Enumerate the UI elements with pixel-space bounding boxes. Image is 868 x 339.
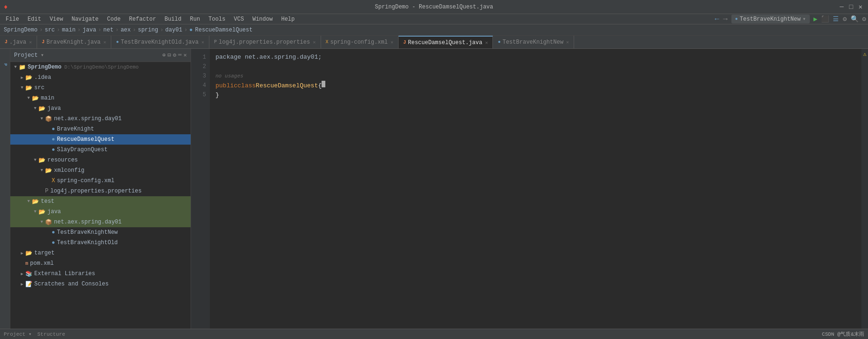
tree-ext-libs[interactable]: ▶ 📚 External Libraries bbox=[10, 269, 191, 279]
breadcrumb-springdemo[interactable]: SpringDemo bbox=[4, 27, 38, 33]
collapse-all-button[interactable]: ⊟ bbox=[168, 52, 171, 59]
tab-label-java1: .java bbox=[9, 39, 26, 46]
breadcrumb-net[interactable]: net bbox=[103, 27, 114, 33]
class-name: RescueDamselQuest bbox=[256, 81, 318, 91]
project-sidebar-icon[interactable]: P bbox=[1, 51, 9, 79]
tab-close-rescue[interactable]: ✕ bbox=[485, 40, 488, 46]
run-button[interactable]: ▶ bbox=[814, 15, 817, 23]
tree-java-main[interactable]: ▼ 📂 java bbox=[10, 103, 191, 114]
bottom-structure[interactable]: Structure bbox=[37, 331, 65, 337]
target-label: target bbox=[34, 250, 54, 256]
menu-tools[interactable]: Tools bbox=[205, 15, 229, 23]
navigate-fwd-icon[interactable]: → bbox=[723, 15, 728, 23]
warning-indicator[interactable]: ⚠ bbox=[863, 51, 866, 58]
menu-navigate[interactable]: Navigate bbox=[68, 15, 102, 23]
debug-button[interactable]: ⬛ bbox=[821, 15, 829, 23]
breadcrumb-main[interactable]: main bbox=[62, 27, 76, 33]
menu-run[interactable]: Run bbox=[186, 15, 204, 23]
tab-log4j[interactable]: P log4j.properties.properties ✕ bbox=[209, 36, 321, 48]
rescue-quest-label: RescueDamselQuest bbox=[57, 136, 114, 143]
main-label: main bbox=[41, 95, 54, 101]
window-controls: ─ □ ✕ bbox=[838, 3, 864, 11]
tree-java-test[interactable]: ▼ 📂 java bbox=[10, 207, 191, 217]
tab-close-java1[interactable]: ✕ bbox=[29, 39, 32, 45]
tree-root-springdemo[interactable]: ▼ 📁 SpringDemo D:\SpringDemo\SpringDemo bbox=[10, 62, 191, 72]
tab-close-spring-xml[interactable]: ✕ bbox=[391, 39, 393, 45]
main-arrow: ▼ bbox=[25, 96, 32, 100]
breadcrumb-day01[interactable]: day01 bbox=[165, 27, 182, 33]
menu-file[interactable]: File bbox=[2, 15, 23, 23]
menu-window[interactable]: Window bbox=[249, 15, 277, 23]
tree-test-package[interactable]: ▼ 📦 net.aex.spring.day01 bbox=[10, 217, 191, 227]
breadcrumb-src[interactable]: src bbox=[45, 27, 55, 33]
tree-idea[interactable]: ▶ 📂 .idea bbox=[10, 72, 191, 83]
tab-test-new[interactable]: ● TestBraveKnightNew ✕ bbox=[493, 36, 574, 48]
tab-close-test-new[interactable]: ✕ bbox=[566, 39, 569, 45]
brave-knight-class-icon: ● bbox=[52, 126, 55, 132]
tab-close-log4j[interactable]: ✕ bbox=[313, 39, 315, 45]
coverage-button[interactable]: ☰ bbox=[833, 15, 839, 23]
project-dropdown-icon[interactable]: ▾ bbox=[40, 52, 44, 59]
menu-code[interactable]: Code bbox=[103, 15, 124, 23]
menu-bar: File Edit View Navigate Code Refactor Bu… bbox=[0, 14, 868, 24]
tree-xmlconfig[interactable]: ▼ 📂 xmlconfig bbox=[10, 165, 191, 176]
tree-log4j[interactable]: P log4j.properties.properties bbox=[10, 186, 191, 196]
search-everywhere-button[interactable]: 🔍 bbox=[851, 15, 859, 23]
package-icon: 📦 bbox=[45, 116, 52, 123]
tree-scratches[interactable]: ▶ 📝 Scratches and Consoles bbox=[10, 279, 191, 289]
tree-test-brave-old[interactable]: ● TestBraveKnightOld bbox=[10, 238, 191, 248]
close-brace: } bbox=[215, 91, 219, 100]
settings-button[interactable]: ⚙ bbox=[862, 15, 866, 23]
menu-view[interactable]: View bbox=[46, 15, 67, 23]
tree-spring-config[interactable]: X spring-config.xml bbox=[10, 176, 191, 186]
brave-knight-label: BraveKnight bbox=[57, 126, 94, 132]
tree-main[interactable]: ▼ 📂 main bbox=[10, 93, 191, 103]
close-button[interactable]: ✕ bbox=[857, 3, 864, 11]
tree-test-brave-new[interactable]: ● TestBraveKnightNew bbox=[10, 227, 191, 238]
menu-edit[interactable]: Edit bbox=[24, 15, 45, 23]
tab-close-test-old[interactable]: ✕ bbox=[201, 39, 204, 45]
breadcrumb-spring[interactable]: spring bbox=[138, 27, 158, 33]
run-config-selector[interactable]: ● TestBraveKnightNew ▾ bbox=[731, 15, 810, 23]
tree-package[interactable]: ▼ 📦 net.aex.spring.day01 bbox=[10, 114, 191, 124]
menu-build[interactable]: Build bbox=[161, 15, 185, 23]
project-options-button[interactable]: ═ bbox=[178, 52, 182, 59]
window-title: SpringDemo - RescueDamselQuest.java bbox=[375, 4, 493, 10]
tree-resources[interactable]: ▼ 📂 resources bbox=[10, 155, 191, 165]
minimize-button[interactable]: ─ bbox=[838, 3, 845, 11]
tree-slay-quest[interactable]: ● SlayDragonQuest bbox=[10, 145, 191, 155]
profile-button[interactable]: ⚙ bbox=[843, 15, 846, 23]
project-settings-button[interactable]: ⚙ bbox=[173, 52, 176, 59]
locate-file-button[interactable]: ⊕ bbox=[162, 52, 166, 59]
menu-refactor[interactable]: Refactor bbox=[125, 15, 160, 23]
tab-close-brave[interactable]: ✕ bbox=[103, 39, 106, 45]
breadcrumb-filename[interactable]: RescueDamselQuest bbox=[195, 27, 253, 33]
breadcrumb-java[interactable]: java bbox=[83, 27, 96, 33]
tree-target[interactable]: ▶ 📂 target bbox=[10, 248, 191, 258]
tree-rescue-quest[interactable]: ● RescueDamselQuest bbox=[10, 134, 191, 145]
maximize-button[interactable]: □ bbox=[847, 3, 855, 11]
run-config-dropdown-icon[interactable]: ▾ bbox=[802, 15, 806, 23]
tree-brave-knight[interactable]: ● BraveKnight bbox=[10, 124, 191, 134]
test-brave-old-label: TestBraveKnightOld bbox=[57, 239, 118, 246]
tree-test[interactable]: ▼ 📂 test bbox=[10, 196, 191, 207]
tab-brave-knight[interactable]: J BraveKnight.java ✕ bbox=[37, 36, 111, 48]
bottom-project[interactable]: Project ▾ bbox=[4, 331, 31, 337]
menu-help[interactable]: Help bbox=[277, 15, 299, 23]
line-numbers: 1 2 3 4 5 bbox=[191, 49, 210, 329]
code-editor[interactable]: package net.aex.spring.day01; no usages … bbox=[210, 49, 861, 329]
navigate-back-icon[interactable]: ← bbox=[715, 15, 720, 23]
tree-src[interactable]: ▼ 📂 src bbox=[10, 83, 191, 93]
project-tools: ⊕ ⊟ ⚙ ═ ✕ bbox=[162, 52, 187, 59]
tab-spring-xml[interactable]: X spring-config.xml ✕ bbox=[321, 36, 399, 48]
tab-java-prefix[interactable]: J .java ✕ bbox=[0, 36, 37, 48]
breadcrumb-aex[interactable]: aex bbox=[121, 27, 131, 33]
menu-vcs[interactable]: VCS bbox=[230, 15, 248, 23]
src-arrow: ▼ bbox=[19, 85, 25, 90]
resources-label: resources bbox=[47, 157, 78, 163]
tree-pom[interactable]: m pom.xml bbox=[10, 258, 191, 269]
hide-panel-button[interactable]: ✕ bbox=[184, 52, 187, 59]
idea-arrow: ▶ bbox=[19, 75, 25, 80]
tab-rescue-quest[interactable]: J RescueDamselQuest.java ✕ bbox=[399, 36, 493, 48]
tab-test-old[interactable]: ● TestBraveKnightOld.java ✕ bbox=[111, 36, 209, 48]
